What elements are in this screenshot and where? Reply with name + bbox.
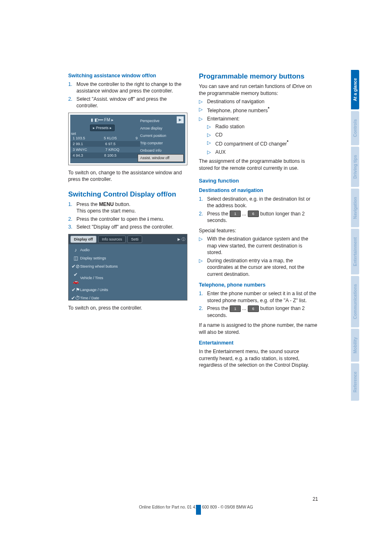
fig1-presets: ▸ Presets ▸ bbox=[90, 125, 115, 131]
fig2-tab: Display off bbox=[70, 236, 97, 243]
step: 2.Press the 1 ... 6 button longer than 2… bbox=[199, 305, 318, 319]
side-tab-driving-tips[interactable]: Driving tips bbox=[351, 147, 359, 187]
side-tab-mobility[interactable]: Mobility bbox=[351, 329, 359, 362]
menu-icon: ✔🚗 bbox=[71, 271, 80, 284]
preset-row: 3 WNYC7 KROQ bbox=[70, 147, 140, 153]
page-number: 21 bbox=[313, 496, 318, 502]
list-item: ▷During destination entry via a map, the… bbox=[199, 257, 318, 278]
note-assignment: The assignment of the programmable butto… bbox=[199, 158, 318, 171]
side-tab-entertainment[interactable]: Entertainment bbox=[351, 229, 359, 275]
side-tab-at-a-glance[interactable]: At a glance bbox=[351, 70, 359, 109]
fig2-menu-item: ✔⚑Language / Units bbox=[69, 286, 186, 294]
right-column: Programmable memory buttons You can save… bbox=[199, 72, 318, 370]
body-entertainment: In the Entertainment menu, the sound sou… bbox=[199, 348, 318, 368]
assist-menu-item: Perspective bbox=[138, 117, 184, 125]
menu-icon: ♪ bbox=[71, 247, 80, 253]
footer-blue-marker bbox=[196, 505, 201, 515]
menu-label: Language / Units bbox=[80, 287, 108, 292]
heading-destinations: Destinations of navigation bbox=[199, 187, 318, 194]
heading-entertainment: Entertainment bbox=[199, 340, 318, 347]
step: 2.Select "Assist. window off" and press … bbox=[68, 96, 187, 109]
list-item: ▷Destinations of navigation bbox=[199, 98, 318, 105]
heading-switch-assist: Switching assistance window off/on bbox=[68, 72, 187, 79]
side-tabs: At a glanceControlsDriving tipsNavigatio… bbox=[351, 70, 359, 402]
note-telephone: If a name is assigned to the phone numbe… bbox=[199, 322, 318, 335]
left-column: Switching assistance window off/on 1.Mov… bbox=[68, 72, 187, 370]
fig2-tab: Info sources bbox=[98, 236, 126, 243]
menu-label: Steering wheel buttons bbox=[80, 264, 118, 269]
menu-label: Display settings bbox=[80, 256, 106, 261]
assist-menu-item: Assist. window off bbox=[138, 154, 184, 162]
fig2-menu-item: ◫Display settings bbox=[69, 254, 186, 262]
heading-switch-display: Switching Control Display off/on bbox=[68, 190, 187, 199]
menu-icon: ◫ bbox=[71, 255, 80, 261]
menu-label: Time / Date bbox=[80, 296, 99, 301]
steps-switch-assist: 1.Move the controller to the right to ch… bbox=[68, 81, 187, 109]
list-item: ▷CD bbox=[199, 132, 318, 138]
list-item: ▷Entertainment: bbox=[199, 116, 318, 122]
step: 1.Select destination, e.g. in the destin… bbox=[199, 196, 318, 209]
figure-display-off-menu: Display offInfo sourcesSetti▶ ⓘ ♪Audio◫D… bbox=[68, 234, 187, 301]
menu-label: Audio bbox=[80, 247, 90, 252]
special-features-label: Special features: bbox=[199, 227, 318, 234]
assist-menu-item: Onboard info bbox=[138, 147, 184, 154]
fig2-menu-item: ✔⏱Time / Date bbox=[69, 294, 186, 302]
step: 1.Move the controller to the right to ch… bbox=[68, 81, 187, 95]
heading-prog-mem: Programmable memory buttons bbox=[199, 72, 318, 81]
list-item: ▷CD compartment of CD changer* bbox=[199, 139, 318, 148]
assist-menu-item: Arrow display bbox=[138, 125, 184, 132]
menu-label: Vehicle / Tires bbox=[80, 275, 103, 280]
fig2-menu-item: ✔🚗Vehicle / Tires bbox=[69, 271, 186, 285]
fig1-band: ▮ ◧━━ FM ▸ bbox=[91, 117, 113, 123]
fig2-tab: Setti bbox=[127, 236, 142, 243]
assist-menu-item: Trip computer bbox=[138, 139, 184, 147]
side-tab-communications[interactable]: Communications bbox=[351, 276, 359, 327]
step: 2.Press the 1 ... 6 button longer than 2… bbox=[199, 210, 318, 224]
caption-switch-display: To switch on, press the controller. bbox=[68, 305, 187, 311]
side-tab-controls[interactable]: Controls bbox=[351, 111, 359, 145]
steps-switch-display: 1.Press the MENU button.This opens the s… bbox=[68, 201, 187, 231]
assist-menu-item: Current position bbox=[138, 132, 184, 139]
fig2-menu-item: ♪Audio bbox=[69, 246, 186, 254]
step: 3.Select "Display off" and press the con… bbox=[68, 224, 187, 230]
menu-icon: ✔⊘ bbox=[71, 263, 80, 270]
figure-radio-assist: ► ▮ ◧━━ FM ▸ ▸ Presets ▸ set 1 103.55 KL… bbox=[68, 113, 187, 165]
steps-telephone: 1.Enter the phone number or select it in… bbox=[199, 290, 318, 319]
list-item: ▷Radio station bbox=[199, 123, 318, 130]
list-special-features: ▷With the destination guidance system an… bbox=[199, 236, 318, 278]
heading-telephone: Telephone, phone numbers bbox=[199, 282, 318, 289]
list-item: ▷With the destination guidance system an… bbox=[199, 236, 318, 256]
preset-row: 1 103.55 KLOS9 bbox=[70, 135, 140, 141]
list-prog-mem: ▷Destinations of navigation▷Telephone, p… bbox=[199, 98, 318, 155]
step: 2.Press the controller to open the i men… bbox=[68, 216, 187, 222]
fig2-menu-item: ✔⊘Steering wheel buttons bbox=[69, 262, 186, 271]
steps-destinations: 1.Select destination, e.g. in the destin… bbox=[199, 196, 318, 224]
step: 1.Press the MENU button.This opens the s… bbox=[68, 201, 187, 215]
preset-row: 2 99.16 97.5 bbox=[70, 141, 140, 147]
heading-saving-function: Saving function bbox=[199, 177, 318, 185]
list-item: ▷Telephone, phone numbers* bbox=[199, 106, 318, 114]
caption-switch-assist: To switch on, change to the assistance w… bbox=[68, 169, 187, 183]
side-tab-navigation[interactable]: Navigation bbox=[351, 189, 359, 227]
intro-prog-mem: You can save and run certain functions o… bbox=[199, 83, 318, 97]
menu-icon: ✔⏱ bbox=[71, 295, 80, 301]
list-item: ▷AUX bbox=[199, 149, 318, 155]
step: 1.Enter the phone number or select it in… bbox=[199, 290, 318, 304]
menu-icon: ✔⚑ bbox=[71, 287, 80, 293]
side-tab-reference[interactable]: Reference bbox=[351, 363, 359, 401]
chevron-right-icon: ▶ ⓘ bbox=[178, 237, 185, 242]
page: At a glanceControlsDriving tipsNavigatio… bbox=[0, 0, 392, 555]
preset-row: 4 94.38 100.5 bbox=[70, 153, 140, 158]
